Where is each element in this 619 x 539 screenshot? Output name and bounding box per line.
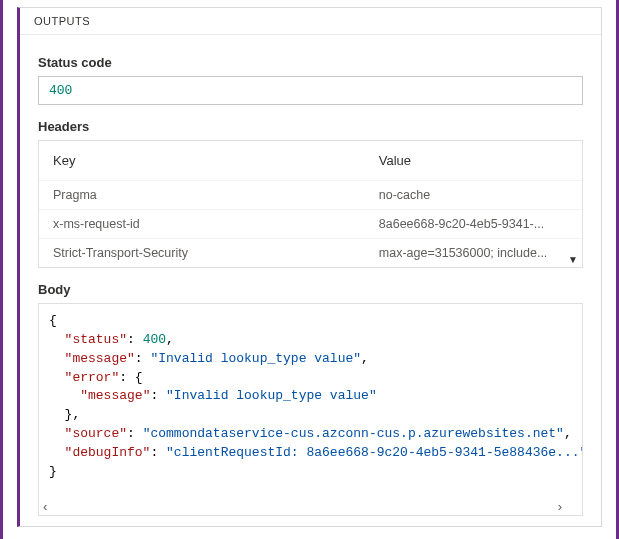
- header-key-cell: Pragma: [39, 181, 365, 210]
- header-key-cell: Strict-Transport-Security: [39, 239, 365, 268]
- panel-body: Status code Headers Key Value: [20, 35, 601, 526]
- panel-title: OUTPUTS: [20, 8, 601, 35]
- outputs-panel: OUTPUTS Status code Headers Key Value: [17, 7, 602, 527]
- header-value-cell: max-age=31536000; include...: [365, 239, 582, 268]
- headers-table: Key Value Pragma no-cache x-ms-request-i…: [39, 141, 582, 267]
- headers-scroll[interactable]: Key Value Pragma no-cache x-ms-request-i…: [39, 141, 582, 267]
- chevron-right-icon[interactable]: ›: [556, 500, 564, 513]
- body-label: Body: [38, 282, 583, 297]
- status-code-label: Status code: [38, 55, 583, 70]
- body-scroll[interactable]: { "status": 400, "message": "Invalid loo…: [39, 304, 582, 515]
- headers-header-row: Key Value: [39, 141, 582, 181]
- status-code-input[interactable]: [38, 76, 583, 105]
- header-value-cell: 8a6ee668-9c20-4eb5-9341-...: [365, 210, 582, 239]
- window: OUTPUTS Status code Headers Key Value: [0, 0, 619, 539]
- header-key-cell: x-ms-request-id: [39, 210, 365, 239]
- body-container: { "status": 400, "message": "Invalid loo…: [38, 303, 583, 516]
- header-value-cell: no-cache: [365, 181, 582, 210]
- headers-col-key: Key: [39, 141, 365, 181]
- headers-col-value: Value: [365, 141, 582, 181]
- table-row: x-ms-request-id 8a6ee668-9c20-4eb5-9341-…: [39, 210, 582, 239]
- chevron-left-icon[interactable]: ‹: [41, 500, 49, 513]
- body-json-view[interactable]: { "status": 400, "message": "Invalid loo…: [39, 304, 582, 490]
- table-row: Pragma no-cache: [39, 181, 582, 210]
- headers-label: Headers: [38, 119, 583, 134]
- table-row: Strict-Transport-Security max-age=315360…: [39, 239, 582, 268]
- chevron-down-icon[interactable]: ▼: [568, 254, 578, 265]
- headers-table-container: Key Value Pragma no-cache x-ms-request-i…: [38, 140, 583, 268]
